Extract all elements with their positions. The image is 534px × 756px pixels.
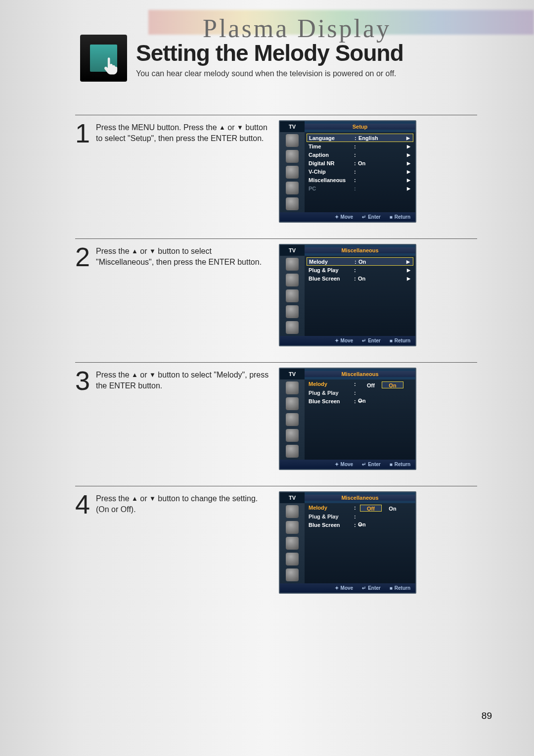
osd-screenshot: TVMiscellaneousMelody:On▶Plug & Play:▶Bl… bbox=[279, 244, 416, 346]
osd-row: PC:▶ bbox=[307, 184, 413, 192]
page-title: Setting the Melody Sound bbox=[136, 40, 403, 66]
step: 2Press the ▲ or ▼ button to select "Misc… bbox=[75, 238, 477, 346]
chevron-right-icon: ▶ bbox=[407, 178, 411, 183]
hint-return: Return bbox=[390, 462, 410, 467]
osd-row-label: Melody bbox=[309, 505, 354, 511]
osd-row-value: On bbox=[358, 160, 407, 166]
osd-menu-rows: Melody:On▶Plug & Play:▶Blue Screen:On▶ bbox=[305, 256, 415, 336]
brand-title: Plasma Display bbox=[203, 14, 391, 43]
osd-row: Time:▶ bbox=[307, 142, 413, 150]
osd-row: Plug & Play: bbox=[307, 512, 413, 520]
step-number: 2 bbox=[75, 244, 96, 346]
osd-footer-hints: MoveEnterReturn bbox=[280, 460, 415, 469]
osd-row: Blue Screen:O̶n bbox=[307, 520, 413, 529]
osd-row-label: Blue Screen bbox=[309, 398, 354, 404]
osd-row-label: Plug & Play bbox=[309, 267, 354, 273]
osd-row: Language:English▶ bbox=[307, 134, 413, 142]
osd-option: On bbox=[382, 381, 403, 388]
osd-category-icon bbox=[286, 258, 299, 271]
osd-title: Setup bbox=[305, 124, 415, 130]
chevron-right-icon: ▶ bbox=[407, 144, 411, 149]
osd-category-icon bbox=[286, 505, 299, 518]
osd-row: Plug & Play:▶ bbox=[307, 266, 413, 274]
osd-category-icon bbox=[286, 413, 299, 426]
osd-footer-hints: MoveEnterReturn bbox=[280, 583, 415, 593]
osd-row: V-Chip:▶ bbox=[307, 167, 413, 176]
osd-row-value: English bbox=[358, 135, 406, 141]
arrow-down-icon: ▼ bbox=[149, 495, 156, 502]
hint-enter: Enter bbox=[362, 214, 381, 220]
osd-row: Miscellaneous:▶ bbox=[307, 176, 413, 184]
osd-category-icon bbox=[286, 166, 299, 179]
osd-category-icon bbox=[286, 150, 299, 163]
osd-side-icons bbox=[280, 379, 305, 460]
osd-row-label: PC bbox=[309, 186, 354, 191]
osd-row-label: Blue Screen bbox=[309, 522, 354, 528]
step-text: Press the ▲ or ▼ button to select "Misce… bbox=[96, 244, 279, 346]
osd-row-label: Melody bbox=[309, 259, 355, 265]
step-text: Press the ▲ or ▼ button to change the se… bbox=[96, 491, 279, 594]
osd-row-value: On bbox=[358, 259, 406, 265]
osd-row-label: Digital NR bbox=[309, 160, 354, 166]
osd-menu-rows: Melody:OffOnPlug & Play:Blue Screen:O̶n bbox=[305, 379, 415, 460]
hint-move: Move bbox=[335, 585, 354, 591]
arrow-down-icon: ▼ bbox=[149, 247, 156, 255]
osd-category-icon bbox=[286, 182, 299, 194]
osd-category-icon bbox=[286, 381, 299, 394]
osd-menu-rows: Language:English▶Time:▶Caption:▶Digital … bbox=[305, 132, 415, 212]
chevron-right-icon: ▶ bbox=[406, 136, 411, 141]
osd-row: Plug & Play: bbox=[307, 388, 413, 397]
osd-side-icons bbox=[280, 132, 305, 212]
osd-row-label: Caption bbox=[309, 152, 354, 158]
chevron-right-icon: ▶ bbox=[407, 186, 411, 191]
osd-row: Digital NR:On▶ bbox=[307, 159, 413, 167]
osd-option: On bbox=[382, 505, 403, 512]
arrow-up-icon: ▲ bbox=[132, 247, 138, 255]
section-icon bbox=[80, 35, 127, 82]
step-number: 4 bbox=[75, 491, 96, 594]
section-icon-inner bbox=[90, 45, 117, 72]
hint-return: Return bbox=[390, 585, 410, 591]
chevron-right-icon: ▶ bbox=[406, 259, 411, 264]
chevron-right-icon: ▶ bbox=[407, 161, 411, 166]
osd-category-icon bbox=[286, 274, 299, 286]
osd-option: Off bbox=[360, 382, 382, 389]
osd-title: Miscellaneous bbox=[305, 247, 415, 253]
osd-screenshot: TVSetupLanguage:English▶Time:▶Caption:▶D… bbox=[279, 120, 416, 223]
osd-category-icon bbox=[286, 134, 299, 147]
hint-enter: Enter bbox=[362, 462, 381, 467]
osd-screenshot: TVMiscellaneousMelody:OffOnPlug & Play:B… bbox=[279, 491, 416, 594]
osd-row-label: Plug & Play bbox=[309, 514, 354, 520]
step: 3Press the ▲ or ▼ button to select "Melo… bbox=[75, 362, 477, 470]
osd-row-label: Plug & Play bbox=[309, 390, 354, 396]
osd-tv-label: TV bbox=[280, 369, 305, 379]
osd-tv-label: TV bbox=[280, 121, 305, 132]
osd-row: Caption:▶ bbox=[307, 150, 413, 159]
hint-return: Return bbox=[390, 338, 410, 343]
osd-row: Blue Screen:On▶ bbox=[307, 274, 413, 283]
chevron-right-icon: ▶ bbox=[407, 268, 411, 273]
osd-row-value: O̶n bbox=[358, 398, 411, 404]
step-number: 1 bbox=[75, 120, 96, 223]
step-number: 3 bbox=[75, 368, 96, 470]
hint-return: Return bbox=[390, 214, 410, 220]
osd-screenshot: TVMiscellaneousMelody:OffOnPlug & Play:B… bbox=[279, 368, 416, 470]
arrow-up-icon: ▲ bbox=[219, 124, 225, 131]
arrow-up-icon: ▲ bbox=[132, 371, 138, 378]
osd-category-icon bbox=[286, 553, 299, 566]
osd-category-icon bbox=[286, 321, 299, 334]
osd-side-icons bbox=[280, 256, 305, 336]
osd-row-value: On bbox=[358, 276, 407, 282]
osd-category-icon bbox=[286, 397, 299, 410]
osd-tv-label: TV bbox=[280, 245, 305, 256]
osd-option: Off bbox=[360, 505, 382, 512]
page-number: 89 bbox=[482, 710, 492, 721]
osd-tv-label: TV bbox=[280, 492, 305, 503]
step: 4Press the ▲ or ▼ button to change the s… bbox=[75, 486, 477, 594]
osd-side-icons bbox=[280, 503, 305, 583]
osd-category-icon bbox=[286, 537, 299, 550]
arrow-up-icon: ▲ bbox=[132, 495, 138, 502]
chevron-right-icon: ▶ bbox=[407, 276, 411, 281]
osd-category-icon bbox=[286, 521, 299, 534]
arrow-down-icon: ▼ bbox=[149, 371, 156, 378]
